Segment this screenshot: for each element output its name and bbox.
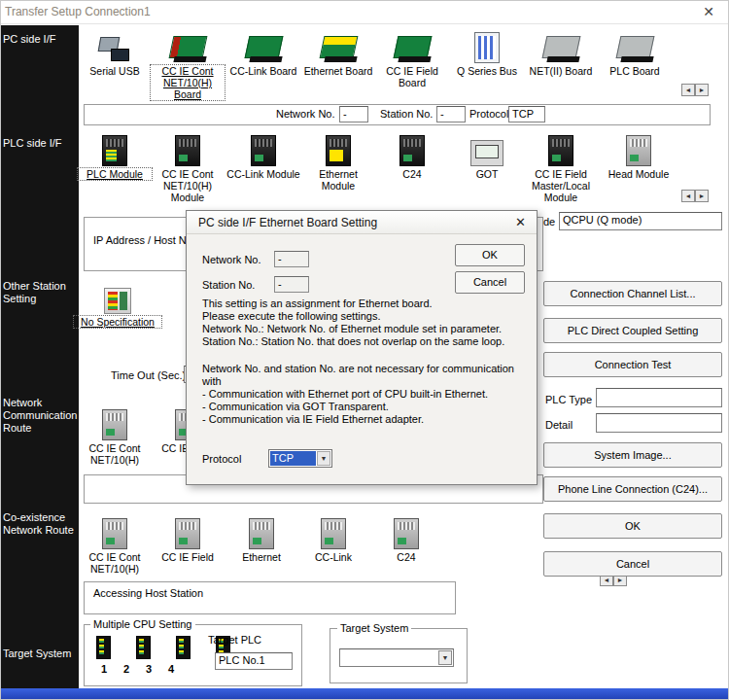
ccie-cont-board-icon xyxy=(168,34,207,63)
coexist-ethernet[interactable]: Ethernet xyxy=(225,516,298,563)
coexist-cclink[interactable]: CC-Link xyxy=(296,516,370,563)
net2-board-icon xyxy=(541,34,580,63)
coexist-ccie-field[interactable]: CC IE Field xyxy=(151,516,225,563)
close-icon[interactable]: ✕ xyxy=(703,4,714,19)
pc-if-serial-usb[interactable]: Serial USB xyxy=(78,30,152,77)
plc-if-ethernet-module[interactable]: Ethernet Module xyxy=(301,133,375,192)
title-bar: Transfer Setup Connection1 ✕ xyxy=(1,1,728,24)
dialog-protocol-value: TCP xyxy=(270,451,316,466)
ccie-cont-module-icon xyxy=(175,135,200,166)
pc-if-label-cclink-board: CC-Link Board xyxy=(226,65,300,77)
dialog-note-line1: Network No. and station No. are not nece… xyxy=(202,363,514,375)
other-station-no-specification[interactable]: No Specification xyxy=(74,281,161,328)
scroll-left-icon[interactable]: ◄ xyxy=(681,190,695,202)
ok-button[interactable]: OK xyxy=(543,513,722,539)
target-system-title: Target System xyxy=(337,622,411,634)
dialog-ok-button[interactable]: OK xyxy=(455,244,525,266)
plc-if-label-head-module: Head Module xyxy=(602,168,676,180)
coexist-c24[interactable]: C24 xyxy=(369,516,443,563)
dialog-title: PC side I/F Ethernet Board Setting xyxy=(198,216,377,229)
plc-mode-field: QCPU (Q mode) xyxy=(559,212,722,230)
dialog-note-line3: - Communication with Ethernet port of CP… xyxy=(202,388,488,401)
plc-if-plc-module[interactable]: PLC Module xyxy=(78,133,152,180)
cclink-board-icon xyxy=(244,34,283,63)
plc-if-c24[interactable]: C24 xyxy=(375,133,449,180)
timeout-label: Time Out (Sec.) xyxy=(111,369,186,381)
target-plc-label: Target PLC xyxy=(208,634,261,646)
dialog-protocol-dropdown[interactable]: TCP ▼ xyxy=(268,449,332,468)
pc-if-scroll: ◄► xyxy=(681,83,709,96)
ethernet-board-icon xyxy=(319,34,358,63)
pc-if-ccie-cont-board[interactable]: CC IE Cont NET/10(H) Board xyxy=(151,30,225,100)
dialog-note-line4: - Communication via GOT Transparent. xyxy=(202,401,389,413)
cpu2-icon[interactable] xyxy=(136,636,151,659)
pc-if-ccie-field-board[interactable]: CC IE Field Board xyxy=(375,30,449,88)
pc-if-plc-board[interactable]: PLC Board xyxy=(598,30,672,77)
detail-label: Detail xyxy=(545,419,573,431)
detail-field xyxy=(596,413,722,433)
plc-if-ccie-cont-module[interactable]: CC IE Cont NET/10(H) Module xyxy=(151,133,225,203)
cancel-button[interactable]: Cancel xyxy=(543,551,722,577)
scroll-left-icon[interactable]: ◄ xyxy=(681,84,695,96)
cpu2-number: 2 xyxy=(123,663,129,675)
plc-direct-coupled-button[interactable]: PLC Direct Coupled Setting xyxy=(543,318,722,343)
multiple-cpu-title: Multiple CPU Setting xyxy=(90,618,195,630)
serial-usb-icon xyxy=(97,34,132,63)
plc-if-got[interactable]: GOT xyxy=(450,133,524,180)
accessing-host-text: Accessing Host Station xyxy=(93,587,203,599)
target-system-dropdown[interactable] xyxy=(339,648,454,667)
taskbar-strip xyxy=(1,688,729,699)
dialog-title-bar: PC side I/F Ethernet Board Setting ✕ xyxy=(187,211,537,234)
plc-if-label-cclink-module: CC-Link Module xyxy=(226,168,300,180)
phone-line-connection-button[interactable]: Phone Line Connection (C24)... xyxy=(543,476,722,502)
pc-if-net2-board[interactable]: NET(II) Board xyxy=(524,30,598,77)
dialog-network-no-label: Network No. xyxy=(202,254,261,265)
pc-if-ethernet-board[interactable]: Ethernet Board xyxy=(301,30,375,77)
network-no-field[interactable]: - xyxy=(339,106,368,122)
dialog-note-line2: with xyxy=(202,375,222,388)
system-image-button[interactable]: System Image... xyxy=(543,442,722,468)
dialog-station-no-field[interactable]: - xyxy=(274,276,309,293)
dialog-station-no-label: Station No. xyxy=(202,279,255,291)
plc-mode-label: de xyxy=(543,216,555,228)
scroll-right-icon[interactable]: ► xyxy=(695,190,709,202)
pc-if-label-ccie-cont-board: CC IE Cont NET/10(H) Board xyxy=(151,65,225,100)
pc-if-q-series-bus[interactable]: Q Series Bus xyxy=(450,30,524,77)
target-system-dropdown-arrow-icon[interactable]: ▼ xyxy=(438,650,452,665)
protocol-field[interactable]: TCP xyxy=(508,106,545,122)
ccie-field-coexist-icon xyxy=(175,518,200,549)
dropdown-arrow-icon[interactable]: ▼ xyxy=(317,451,330,466)
dialog-close-icon[interactable]: ✕ xyxy=(515,215,526,229)
head-module-icon xyxy=(626,135,651,166)
network-no-label: Network No. xyxy=(276,108,335,120)
network-route-ccie-cont[interactable]: CC IE Cont NET/10(H) xyxy=(78,407,152,466)
plc-if-cclink-module[interactable]: CC-Link Module xyxy=(226,133,300,180)
cpu1-icon[interactable] xyxy=(96,636,111,659)
dialog-desc-line3: Network No.: Network No. of Ethernet mod… xyxy=(202,323,502,335)
station-no-field[interactable]: - xyxy=(436,106,466,122)
pc-if-label-net2-board: NET(II) Board xyxy=(524,65,598,77)
plc-if-ccie-field-master[interactable]: CC IE Field Master/Local Module xyxy=(524,133,598,203)
pc-if-label-plc-board: PLC Board xyxy=(598,65,672,77)
target-plc-field[interactable]: PLC No.1 xyxy=(215,652,293,670)
plc-if-head-module[interactable]: Head Module xyxy=(602,133,676,180)
plc-if-label-ccie-cont-module: CC IE Cont NET/10(H) Module xyxy=(151,168,225,203)
connection-channel-list-button[interactable]: Connection Channel List... xyxy=(543,281,722,306)
pc-if-cclink-board[interactable]: CC-Link Board xyxy=(226,30,300,77)
ccie-field-board-icon xyxy=(393,34,432,63)
q-series-bus-icon xyxy=(474,32,500,63)
ethernet-module-icon xyxy=(326,135,351,166)
scroll-right-icon[interactable]: ► xyxy=(695,84,709,96)
coexist-label-cclink: CC-Link xyxy=(296,551,370,563)
cpu3-icon[interactable] xyxy=(176,636,191,659)
plc-if-scroll: ◄► xyxy=(681,189,709,202)
ccie-cont-coexist-icon xyxy=(102,518,127,549)
dialog-desc-line4: Station No.: Station No. that does not o… xyxy=(202,335,504,348)
connection-test-button[interactable]: Connection Test xyxy=(543,352,722,377)
coexist-label-ethernet: Ethernet xyxy=(225,551,298,563)
sidebar-label-other-station: Other Station Setting xyxy=(3,280,77,305)
dialog-network-no-field[interactable]: - xyxy=(274,251,309,267)
transfer-setup-window: Transfer Setup Connection1 ✕ PC side I/F… xyxy=(0,0,729,700)
dialog-cancel-button[interactable]: Cancel xyxy=(455,271,525,294)
coexist-ccie-cont[interactable]: CC IE Cont NET/10(H) xyxy=(78,516,152,575)
